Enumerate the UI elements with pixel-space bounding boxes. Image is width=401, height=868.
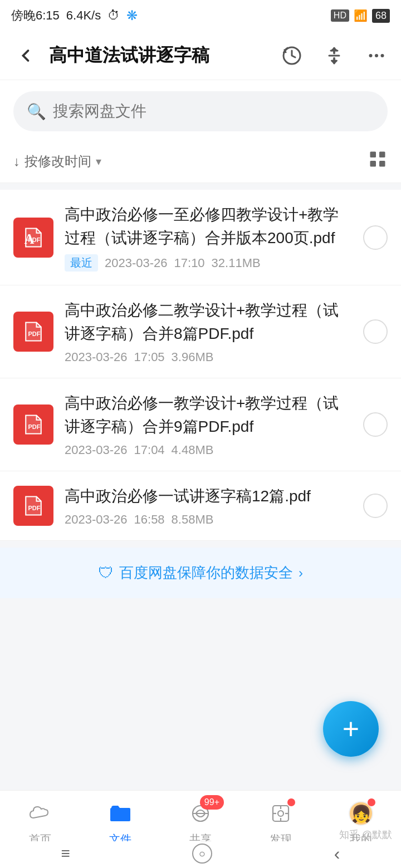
discover-badge-dot xyxy=(287,798,295,806)
svg-point-8 xyxy=(381,54,384,57)
file-info: 高中政治必修一试讲逐字稿12篇.pdf 2023-03-26 16:58 8.5… xyxy=(65,485,352,527)
file-time: 16:58 xyxy=(134,512,165,527)
file-date: 2023-03-26 xyxy=(65,512,128,527)
search-icon: 🔍 xyxy=(27,102,46,121)
svg-rect-10 xyxy=(379,152,385,158)
mine-badge-dot xyxy=(368,798,375,806)
file-select-checkbox[interactable] xyxy=(363,225,388,250)
file-list: A PDF 高中政治必修一至必修四教学设计+教学过程（试讲逐字稿）合并版本200… xyxy=(0,190,401,541)
nav-item-files[interactable]: 文件 xyxy=(80,800,160,847)
file-time: 17:05 xyxy=(134,350,165,364)
files-folder-icon xyxy=(108,800,133,827)
pdf-icon: PDF xyxy=(13,312,53,352)
sort-arrow-icon: ↓ xyxy=(13,154,20,169)
search-input[interactable] xyxy=(53,102,374,120)
file-select-checkbox[interactable] xyxy=(363,412,388,437)
file-size: 3.96MB xyxy=(172,350,214,364)
home-cloud-icon xyxy=(28,800,52,827)
status-time: 傍晚6:15 xyxy=(11,7,60,24)
list-item[interactable]: PDF 高中政治必修二教学设计+教学过程（试讲逐字稿）合并8篇PDF.pdf 2… xyxy=(0,285,401,378)
nav-bar: 高中道法试讲逐字稿 xyxy=(0,31,401,80)
sort-order-icon[interactable] xyxy=(321,42,348,69)
security-text: 百度网盘保障你的数据安全 xyxy=(119,563,293,583)
file-name: 高中政治必修一试讲逐字稿12篇.pdf xyxy=(65,485,352,508)
hd-badge: HD xyxy=(331,9,349,22)
file-info: 高中政治必修一教学设计+教学过程（试讲逐字稿）合并9篇PDF.pdf 2023-… xyxy=(65,392,352,457)
file-date: 2023-03-26 xyxy=(65,350,128,364)
search-container: 🔍 xyxy=(0,80,401,140)
grid-view-icon[interactable] xyxy=(368,149,388,174)
file-time: 17:10 xyxy=(174,256,205,270)
security-banner[interactable]: 🛡 百度网盘保障你的数据安全 › xyxy=(0,548,401,598)
gesture-bar: ≡ ○ ‹ xyxy=(0,841,401,868)
share-icon: 99+ xyxy=(188,800,213,827)
file-meta: 最近 2023-03-26 17:10 32.11MB xyxy=(65,254,352,272)
file-name: 高中政治必修一至必修四教学设计+教学过程（试讲逐字稿）合并版本200页.pdf xyxy=(65,203,352,250)
file-date: 2023-03-26 xyxy=(65,443,128,457)
clock-icon: ⏱ xyxy=(107,8,120,23)
file-size: 4.48MB xyxy=(172,443,214,457)
nav-actions xyxy=(278,42,390,69)
avatar-icon: 👧 xyxy=(349,800,373,827)
status-right: HD 📶 68 xyxy=(331,9,390,23)
gesture-home-icon[interactable]: ○ xyxy=(192,844,212,864)
battery-icon: 68 xyxy=(372,9,390,23)
file-meta: 2023-03-26 17:05 3.96MB xyxy=(65,350,352,364)
pdf-icon: A PDF xyxy=(13,218,53,258)
file-size: 32.11MB xyxy=(212,256,261,270)
share-badge: 99+ xyxy=(200,795,224,810)
sort-button[interactable]: ↓ 按修改时间 ▾ xyxy=(13,152,101,170)
security-arrow-icon: › xyxy=(299,565,303,581)
file-meta: 2023-03-26 16:58 8.58MB xyxy=(65,512,352,527)
page-title: 高中道法试讲逐字稿 xyxy=(49,43,270,68)
svg-text:PDF: PDF xyxy=(28,505,40,511)
svg-point-21 xyxy=(278,811,283,816)
watermark: 知乎 @默默 xyxy=(339,828,392,841)
nav-item-discover[interactable]: 发现 xyxy=(241,800,321,847)
file-size: 8.58MB xyxy=(172,512,214,527)
search-box[interactable]: 🔍 xyxy=(13,91,388,131)
status-left: 傍晚6:15 6.4K/s ⏱ ❋ xyxy=(11,7,138,24)
svg-text:PDF: PDF xyxy=(28,423,40,430)
status-bar: 傍晚6:15 6.4K/s ⏱ ❋ HD 📶 68 xyxy=(0,0,401,31)
file-info: 高中政治必修二教学设计+教学过程（试讲逐字稿）合并8篇PDF.pdf 2023-… xyxy=(65,299,352,364)
file-select-checkbox[interactable] xyxy=(363,319,388,344)
discover-icon xyxy=(268,800,293,827)
sort-dropdown-icon: ▾ xyxy=(96,155,101,168)
back-button[interactable] xyxy=(11,41,40,70)
svg-point-7 xyxy=(375,54,378,57)
svg-rect-11 xyxy=(370,161,376,167)
network-icon: 📶 xyxy=(354,9,368,22)
nav-item-share[interactable]: 99+ 共享 xyxy=(160,800,241,847)
history-icon[interactable] xyxy=(278,42,305,69)
file-select-checkbox[interactable] xyxy=(363,494,388,518)
list-item[interactable]: PDF 高中政治必修一试讲逐字稿12篇.pdf 2023-03-26 16:58… xyxy=(0,471,401,541)
recent-badge: 最近 xyxy=(65,254,98,272)
svg-rect-9 xyxy=(370,152,376,158)
nav-item-home[interactable]: 首页 xyxy=(0,800,80,847)
gesture-menu-icon[interactable]: ≡ xyxy=(61,845,70,862)
status-speed: 6.4K/s xyxy=(66,8,101,23)
file-info: 高中政治必修一至必修四教学设计+教学过程（试讲逐字稿）合并版本200页.pdf … xyxy=(65,203,352,272)
more-options-icon[interactable] xyxy=(363,42,390,69)
file-name: 高中政治必修一教学设计+教学过程（试讲逐字稿）合并9篇PDF.pdf xyxy=(65,392,352,438)
pdf-icon: PDF xyxy=(13,405,53,445)
add-fab-button[interactable]: + xyxy=(323,701,379,757)
svg-point-6 xyxy=(369,54,373,57)
file-meta: 2023-03-26 17:04 4.48MB xyxy=(65,443,352,457)
file-date: 2023-03-26 xyxy=(105,256,168,270)
svg-text:PDF: PDF xyxy=(28,236,40,243)
baidu-icon: ❋ xyxy=(126,8,138,23)
list-item[interactable]: PDF 高中政治必修一教学设计+教学过程（试讲逐字稿）合并9篇PDF.pdf 2… xyxy=(0,378,401,471)
file-name: 高中政治必修二教学设计+教学过程（试讲逐字稿）合并8篇PDF.pdf xyxy=(65,299,352,346)
sort-label: 按修改时间 xyxy=(25,152,91,170)
file-time: 17:04 xyxy=(134,443,165,457)
shield-icon: 🛡 xyxy=(98,564,114,582)
svg-rect-12 xyxy=(379,161,385,167)
svg-text:PDF: PDF xyxy=(28,331,40,337)
list-item[interactable]: A PDF 高中政治必修一至必修四教学设计+教学过程（试讲逐字稿）合并版本200… xyxy=(0,190,401,285)
sort-bar: ↓ 按修改时间 ▾ xyxy=(0,140,401,183)
add-icon: + xyxy=(343,712,359,746)
pdf-icon: PDF xyxy=(13,486,53,526)
gesture-back-icon[interactable]: ‹ xyxy=(334,844,340,864)
